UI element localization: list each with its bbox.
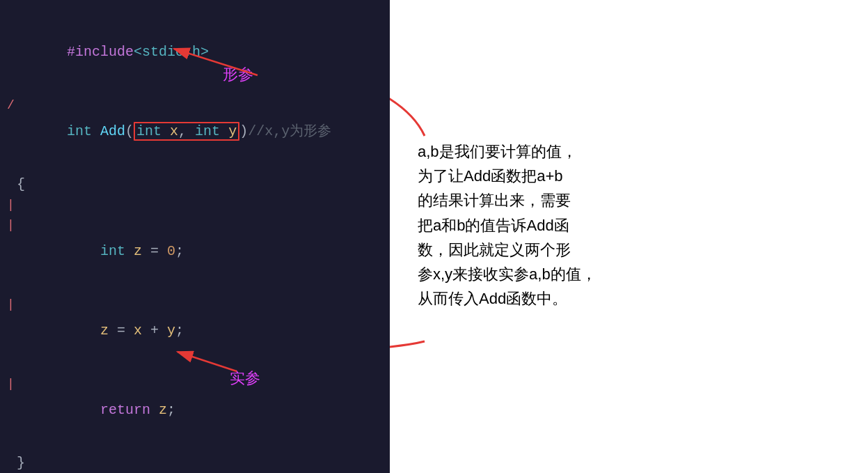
shican-label: 实参 [230, 368, 260, 389]
paren-close: ) [239, 123, 248, 139]
num0: 0 [167, 243, 175, 259]
var-z: z [134, 243, 142, 259]
line-indicator-slash: / [7, 92, 17, 118]
param-y: y [228, 123, 237, 139]
include-lib: <stdio.h> [134, 44, 209, 60]
line-indicator-pipe3: | [7, 291, 17, 318]
annotation-panel: a,b是我们要计算的值，为了让Add函数把a+b的结果计算出来，需要把a和b的值… [390, 0, 868, 473]
semi2: ; [175, 323, 184, 339]
code-line-return1: | return z; [7, 371, 390, 450]
keyword-int: int [67, 123, 100, 139]
code-content-funcdef: int Add(int x, int y)//x,y为形参 [17, 92, 390, 171]
assign2: = [109, 323, 134, 339]
brace-close1: } [17, 450, 390, 473]
var-x: x [134, 323, 142, 339]
paren-open: ( [125, 123, 134, 139]
param-x: x [170, 123, 178, 139]
var-z2: z [67, 323, 109, 339]
code-line-include: #include<stdio.h> [7, 13, 390, 92]
code-line-intz: | int z = 0; [7, 212, 390, 291]
comma: , [178, 123, 195, 139]
comment-formal: //x,y为形参 [248, 123, 331, 139]
func-name: Add [100, 123, 125, 139]
code-panel: #include<stdio.h> / int Add(int x, int y… [0, 0, 390, 473]
code-line-brace1: { [7, 171, 390, 198]
code-line-funcdef: / int Add(int x, int y)//x,y为形参 [7, 92, 390, 171]
keyword-int2: int [136, 123, 170, 139]
code-content: #include<stdio.h> [17, 13, 390, 92]
line-indicator-pipe2: | [7, 212, 17, 238]
assign1: = [142, 243, 167, 259]
formal-params-highlight: int x, int y [134, 122, 239, 141]
explanation-text: a,b是我们要计算的值，为了让Add函数把a+b的结果计算出来，需要把a和b的值… [418, 139, 821, 311]
var-z3: z [159, 402, 167, 418]
line-indicator-pipe4: | [7, 371, 17, 397]
code-line-empty1: | [7, 198, 390, 212]
code-content-intz: int z = 0; [17, 212, 390, 291]
xingcan-label: 形参 [223, 64, 253, 85]
kw-return1: return [67, 402, 159, 418]
brace-open1: { [17, 171, 390, 198]
code-line-brace2: } [7, 450, 390, 473]
keyword-int3: int [195, 123, 228, 139]
semi3: ; [167, 402, 175, 418]
code-content-zxy: z = x + y; [17, 291, 390, 371]
kw-int-z: int [67, 243, 134, 259]
line-indicator-pipe1: | [7, 198, 17, 212]
code-content-return1: return z; [17, 371, 390, 450]
plus: + [142, 323, 167, 339]
code-line-zxy: | z = x + y; [7, 291, 390, 371]
semi1: ; [175, 243, 184, 259]
hash: #include [67, 44, 134, 60]
var-y: y [167, 323, 175, 339]
